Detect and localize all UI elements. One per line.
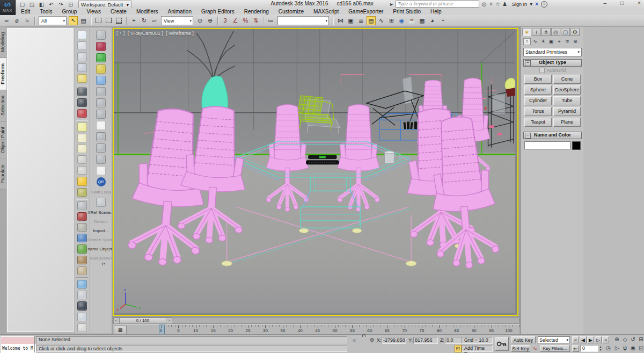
viewport-pov-menu[interactable]: [ VRayCam001 ]: [128, 31, 163, 36]
menu-graph-editors[interactable]: Graph Editors: [196, 8, 239, 15]
select-and-scale-icon[interactable]: ▱: [150, 16, 159, 25]
curve-editor-icon[interactable]: ∿: [377, 16, 386, 25]
light-dome-icon[interactable]: [96, 64, 106, 74]
go-to-end-button[interactable]: »: [602, 336, 609, 343]
frame-spinner[interactable]: ▲▼: [598, 345, 603, 352]
exchange-icon[interactable]: ×: [535, 1, 538, 7]
select-object-icon[interactable]: ↖: [69, 16, 78, 25]
collapse-icon[interactable]: −: [525, 133, 531, 139]
ribbon-tab-modeling[interactable]: Modeling: [0, 27, 6, 58]
unwrap-box-icon[interactable]: [96, 166, 106, 175]
render-preview-icon[interactable]: [77, 41, 87, 50]
collapse-icon[interactable]: −: [525, 60, 531, 66]
percent-snap-icon[interactable]: %: [241, 16, 250, 25]
menu-help[interactable]: Help: [426, 8, 447, 15]
white-arrow-icon[interactable]: [96, 121, 106, 130]
create-box-button[interactable]: Box: [524, 75, 552, 84]
viewport-shading-menu[interactable]: [ Wireframe ]: [166, 31, 194, 36]
sign-in-label[interactable]: Sign In: [512, 2, 527, 7]
tab-hierarchy[interactable]: ⋔: [541, 28, 551, 36]
create-cylinder-button[interactable]: Cylinder: [524, 96, 552, 105]
object-color-swatch[interactable]: [572, 141, 581, 150]
mini-curve-editor-button[interactable]: ▦: [114, 326, 127, 335]
create-tube-button[interactable]: Tube: [553, 96, 581, 105]
poly-tool-2-icon[interactable]: [96, 143, 106, 153]
favorites-icon[interactable]: ☆: [495, 1, 500, 7]
create-cone-button[interactable]: Cone: [553, 75, 581, 84]
qr-icon[interactable]: QR: [97, 177, 106, 186]
time-slider-handle[interactable]: 0 / 100: [119, 318, 166, 324]
material-editor-icon[interactable]: ◉: [397, 16, 406, 25]
add-time-tag[interactable]: Add Time Tag: [462, 345, 493, 352]
key-mode-toggle[interactable]: ⇤: [572, 345, 579, 352]
mirror-icon[interactable]: ⋈: [336, 16, 345, 25]
tab-display[interactable]: ▢: [561, 28, 570, 36]
sign-in-icon[interactable]: ♟: [502, 1, 507, 7]
poly-tool-1-icon[interactable]: [96, 132, 106, 141]
autogrid-checkbox[interactable]: [539, 68, 545, 73]
olive-circle-icon[interactable]: [77, 188, 87, 197]
select-by-name-icon[interactable]: ▤: [79, 16, 88, 25]
play-button[interactable]: ▶: [587, 336, 594, 343]
bind-to-space-warp-icon[interactable]: ≈: [23, 16, 32, 25]
window-crossing-icon[interactable]: [114, 16, 123, 25]
yellow-plane-icon[interactable]: [77, 123, 87, 131]
use-pivot-center-icon[interactable]: ⊙: [195, 16, 204, 25]
menu-customize[interactable]: Customize: [274, 8, 309, 15]
menu-create[interactable]: Create: [106, 8, 131, 15]
snap-toggle-3d-icon[interactable]: 3: [221, 16, 230, 25]
project-folder-icon[interactable]: ⊡: [67, 1, 75, 8]
lock-icon[interactable]: [100, 265, 102, 271]
named-selection-dropdown[interactable]: ▾: [277, 16, 329, 25]
spline-circle-icon[interactable]: [96, 76, 106, 85]
subcat-geometry[interactable]: ○: [523, 38, 531, 45]
align-icon[interactable]: ▣: [346, 16, 355, 25]
create-sphere-button[interactable]: Sphere: [524, 85, 552, 95]
ribbon-tab-selection[interactable]: Selection: [0, 90, 6, 121]
maxscript-listener[interactable]: Welcome to M: [1, 344, 36, 353]
set-key-button[interactable]: Set Key: [511, 345, 530, 352]
select-and-move-icon[interactable]: +: [129, 16, 138, 25]
select-and-link-icon[interactable]: ∞: [2, 16, 11, 25]
create-geosphere-button[interactable]: GeoSphere: [553, 85, 581, 95]
sun-icon[interactable]: [77, 177, 87, 185]
subcat-cameras[interactable]: ▣: [547, 38, 555, 45]
open-file-icon[interactable]: ◳: [28, 1, 36, 8]
circle-selection-region-icon[interactable]: [104, 16, 113, 25]
viewport-general-menu[interactable]: [ + ]: [116, 31, 125, 36]
save-file-icon[interactable]: ◧: [38, 1, 46, 8]
zoom-extents-icon[interactable]: ◇: [621, 336, 629, 343]
action-xref-scene[interactable]: XRef Scene...: [87, 210, 114, 215]
time-config-icon[interactable]: ◷: [604, 344, 612, 352]
unlink-selection-icon[interactable]: ⌀: [12, 16, 21, 25]
communication-center-icon[interactable]: ✧: [489, 1, 493, 7]
walk-through-icon[interactable]: ◉: [629, 344, 637, 352]
render-iterative-icon[interactable]: ◔: [438, 16, 447, 25]
x-coordinate-field[interactable]: -2799.858: [382, 337, 406, 344]
tab-create[interactable]: ∗: [522, 28, 531, 36]
action-name-objects[interactable]: name Objects: [87, 247, 114, 251]
poly-edit-2-icon[interactable]: [96, 98, 106, 107]
isolate-selection-icon[interactable]: ☼: [350, 336, 358, 343]
search-icon[interactable]: ◎: [482, 1, 487, 7]
y-coordinate-field[interactable]: 817.956: [413, 337, 438, 344]
splash-icon[interactable]: [77, 234, 87, 242]
render-setup-list-icon[interactable]: [77, 52, 87, 61]
redo-icon[interactable]: ↷: [57, 1, 65, 8]
selection-filter-dropdown[interactable]: All▾: [39, 16, 67, 25]
sphere-black-icon[interactable]: [77, 301, 87, 310]
poly-tool-3-icon[interactable]: [96, 155, 106, 164]
ribbon-toggle-icon[interactable]: ▤: [367, 16, 376, 25]
minimize-button[interactable]: ‒: [604, 0, 607, 6]
blue-sphere-icon[interactable]: [77, 280, 87, 289]
create-plane-button[interactable]: Plane: [553, 118, 581, 127]
create-teapot-button[interactable]: Teapot: [524, 118, 552, 127]
time-slider-next[interactable]: >: [166, 318, 172, 324]
boxes-red-icon[interactable]: [77, 291, 87, 299]
render-production-icon[interactable]: ◕: [428, 16, 437, 25]
edit-named-selection-sets-icon[interactable]: ≔: [266, 16, 275, 25]
animal-icon[interactable]: [77, 256, 87, 264]
default-in-out-tangents-icon[interactable]: ∿: [531, 345, 539, 352]
undo-icon[interactable]: ↶: [47, 1, 55, 8]
menu-views[interactable]: Views: [82, 8, 106, 15]
